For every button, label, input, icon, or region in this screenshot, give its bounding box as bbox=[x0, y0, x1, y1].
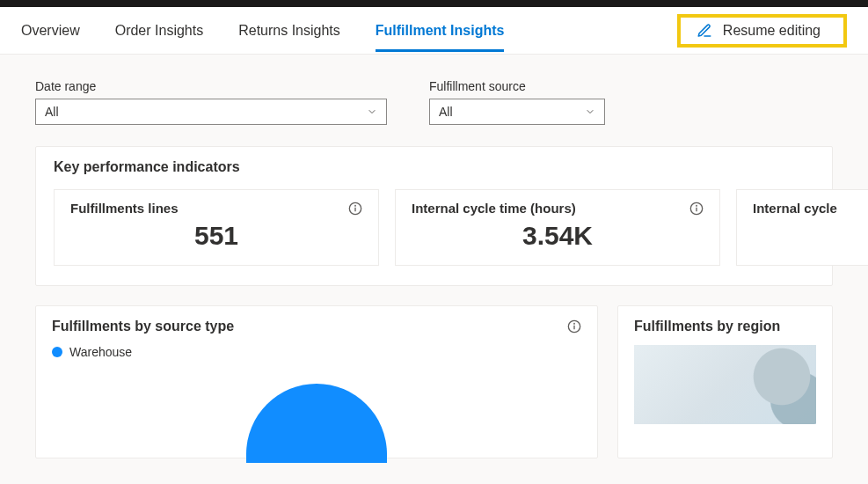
filter-label-fulfillment-source: Fulfillment source bbox=[429, 79, 605, 93]
tab-fulfillment-insights[interactable]: Fulfillment Insights bbox=[376, 11, 505, 51]
lower-panels-row: Fulfillments by source type Warehouse Fu… bbox=[35, 305, 833, 458]
panel-fulfillments-by-region: Fulfillments by region bbox=[617, 305, 833, 458]
filter-date-range: Date range All bbox=[35, 79, 387, 125]
tab-label: Fulfillment Insights bbox=[376, 23, 505, 38]
svg-point-5 bbox=[697, 205, 697, 206]
region-map bbox=[634, 345, 816, 424]
info-icon[interactable] bbox=[348, 202, 362, 216]
panel-fulfillments-by-source: Fulfillments by source type Warehouse bbox=[35, 305, 598, 458]
panel-title: Fulfillments by source type bbox=[52, 319, 234, 334]
info-icon[interactable] bbox=[567, 319, 581, 334]
tab-overview[interactable]: Overview bbox=[21, 11, 80, 51]
kpi-label: Internal cycle time (hours) bbox=[412, 201, 576, 216]
svg-point-8 bbox=[574, 323, 575, 324]
fulfillment-source-value: All bbox=[439, 105, 453, 119]
tab-returns-insights[interactable]: Returns Insights bbox=[238, 11, 340, 51]
tab-order-insights[interactable]: Order Insights bbox=[115, 11, 203, 51]
resume-editing-button[interactable]: Resume editing bbox=[677, 14, 847, 48]
svg-point-2 bbox=[355, 205, 356, 206]
kpi-card-internal-cycle-partial: Internal cycle bbox=[736, 189, 868, 266]
date-range-value: All bbox=[45, 105, 59, 119]
kpi-section-title: Key performance indicators bbox=[54, 159, 814, 175]
kpi-label: Internal cycle bbox=[753, 201, 837, 216]
filter-fulfillment-source: Fulfillment source All bbox=[429, 79, 605, 125]
legend-dot-icon bbox=[52, 347, 62, 357]
kpi-card-fulfillments-lines: Fulfillments lines 551 bbox=[54, 189, 379, 266]
panel-title: Fulfillments by region bbox=[634, 319, 780, 334]
chevron-down-icon bbox=[585, 106, 595, 117]
content-area: Date range All Fulfillment source All Ke… bbox=[0, 55, 868, 458]
legend-item-warehouse[interactable]: Warehouse bbox=[52, 345, 581, 359]
tab-label: Order Insights bbox=[115, 23, 203, 38]
window-top-bar bbox=[0, 0, 868, 7]
kpi-card-internal-cycle-time: Internal cycle time (hours) 3.54K bbox=[395, 189, 720, 266]
filter-label-date-range: Date range bbox=[35, 79, 387, 93]
date-range-select[interactable]: All bbox=[35, 99, 387, 125]
fulfillment-source-select[interactable]: All bbox=[429, 99, 605, 125]
pencil-icon bbox=[697, 23, 712, 39]
filters-row: Date range All Fulfillment source All bbox=[35, 79, 833, 125]
pie-chart bbox=[246, 384, 387, 463]
resume-editing-label: Resume editing bbox=[723, 23, 821, 39]
tab-label: Returns Insights bbox=[238, 23, 340, 38]
kpi-cards-row: Fulfillments lines 551 Internal cycle ti… bbox=[54, 189, 814, 266]
kpi-section: Key performance indicators Fulfillments … bbox=[35, 146, 833, 286]
tab-label: Overview bbox=[21, 23, 80, 38]
tab-nav: Overview Order Insights Returns Insights… bbox=[0, 7, 868, 55]
kpi-value: 3.54K bbox=[412, 221, 704, 251]
chevron-down-icon bbox=[367, 106, 377, 117]
kpi-label: Fulfillments lines bbox=[70, 201, 179, 216]
legend-label: Warehouse bbox=[69, 345, 132, 359]
info-icon[interactable] bbox=[689, 202, 704, 216]
kpi-value: 551 bbox=[70, 221, 362, 251]
